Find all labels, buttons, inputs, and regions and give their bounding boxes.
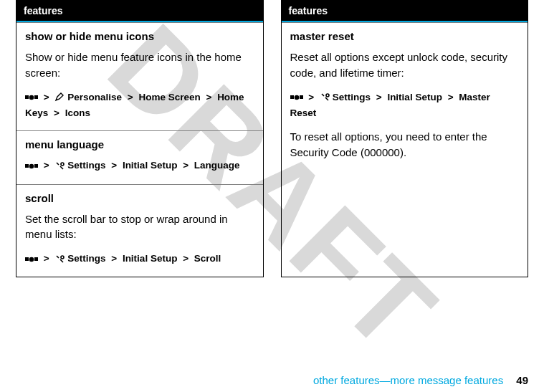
section-body: Set the scroll bar to stop or wrap aroun… bbox=[25, 211, 254, 243]
path-item: Personalise bbox=[67, 92, 122, 102]
svg-point-4 bbox=[29, 164, 34, 169]
center-key-icon bbox=[290, 90, 303, 105]
path-item: Language bbox=[194, 160, 240, 171]
security-code-value: 000000 bbox=[364, 146, 400, 158]
right-header: features bbox=[282, 1, 528, 22]
settings-icon bbox=[54, 158, 65, 174]
footer: other features—more message features 49 bbox=[313, 374, 528, 386]
page: features show or hide menu icons Show or… bbox=[0, 0, 544, 392]
section-title: show or hide menu icons bbox=[25, 30, 254, 42]
svg-point-10 bbox=[294, 95, 299, 100]
security-code-label: Security Code bbox=[290, 146, 358, 158]
section-menu-language: menu language > Settings > Initial Setup… bbox=[16, 130, 263, 183]
after-text-post: ). bbox=[400, 146, 406, 158]
svg-point-1 bbox=[29, 95, 34, 100]
path-item: Settings bbox=[333, 92, 371, 102]
after-text-mid: ( bbox=[358, 146, 364, 158]
section-title: master reset bbox=[290, 30, 520, 42]
svg-rect-5 bbox=[34, 164, 38, 168]
section-after-text: To reset all options, you need to enter … bbox=[290, 129, 520, 161]
svg-rect-0 bbox=[25, 95, 29, 99]
svg-rect-2 bbox=[34, 95, 38, 99]
section-scroll: scroll Set the scroll bar to stop or wra… bbox=[16, 184, 263, 277]
center-key-icon bbox=[25, 252, 38, 267]
svg-rect-6 bbox=[25, 257, 29, 261]
left-column: features show or hide menu icons Show or… bbox=[16, 0, 264, 277]
personalise-icon bbox=[54, 90, 65, 105]
path-item: Initial Setup bbox=[123, 253, 178, 264]
footer-text: other features—more message features bbox=[313, 374, 503, 386]
after-text-pre: To reset all options, you need to enter … bbox=[290, 130, 487, 143]
left-header: features bbox=[16, 1, 263, 22]
nav-path: > Settings > Initial Setup > Language bbox=[25, 158, 254, 173]
settings-icon bbox=[54, 252, 65, 267]
section-title: menu language bbox=[25, 138, 254, 150]
center-key-icon bbox=[25, 90, 38, 105]
path-item: Initial Setup bbox=[387, 92, 442, 102]
section-body: Show or hide menu feature icons in the h… bbox=[25, 49, 254, 81]
svg-rect-3 bbox=[25, 164, 29, 168]
path-item: Settings bbox=[67, 253, 105, 264]
svg-rect-9 bbox=[290, 95, 294, 99]
path-item: Icons bbox=[65, 107, 90, 118]
path-item: Home Screen bbox=[138, 92, 200, 102]
svg-rect-11 bbox=[300, 95, 303, 99]
page-number: 49 bbox=[516, 374, 528, 386]
section-show-hide-icons: show or hide menu icons Show or hide men… bbox=[16, 22, 263, 130]
path-item: Scroll bbox=[194, 253, 221, 264]
path-item: Initial Setup bbox=[123, 160, 178, 171]
section-title: scroll bbox=[25, 192, 254, 204]
nav-path: > Settings > Initial Setup > Scroll bbox=[25, 251, 254, 267]
settings-icon bbox=[320, 90, 330, 105]
section-master-reset: master reset Reset all options except un… bbox=[282, 22, 528, 171]
nav-path: > Personalise > Home Screen > Home Keys … bbox=[25, 90, 254, 121]
center-key-icon bbox=[25, 158, 38, 174]
nav-path: > Settings > Initial Setup > Master Rese… bbox=[290, 90, 520, 121]
path-item: Settings bbox=[67, 160, 105, 171]
right-column: features master reset Reset all options … bbox=[281, 0, 529, 277]
section-body: Reset all options except unlock code, se… bbox=[290, 49, 520, 81]
svg-rect-8 bbox=[34, 257, 38, 261]
svg-point-7 bbox=[29, 257, 34, 262]
